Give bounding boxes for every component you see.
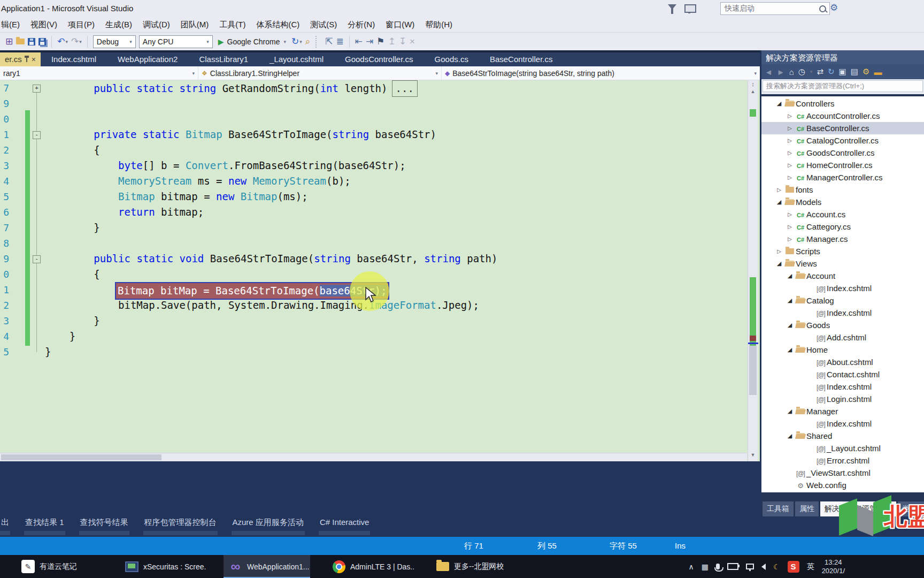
collapsed-region-icon[interactable]: ... — [392, 80, 418, 97]
tab-overflow-icon[interactable]: ▼ — [748, 7, 753, 14]
tree-item[interactable]: [@]Index.cshtml — [761, 417, 924, 430]
tree-item[interactable]: ▷C#GoodsController.cs — [761, 147, 924, 159]
tab-document[interactable]: GoodsController.cs — [334, 52, 424, 66]
menu-item[interactable]: 体系结构(C) — [251, 20, 305, 30]
forward-icon[interactable]: ► — [777, 67, 785, 77]
tree-item[interactable]: [@]Add.cshtml — [761, 331, 924, 344]
clock[interactable]: 13:242020/1/ — [822, 558, 845, 575]
tab-document[interactable]: _Layout.cshtml — [259, 52, 334, 66]
collapsed-arrow-icon[interactable]: ▷ — [785, 138, 795, 143]
panel-tab[interactable]: Azure 应用服务活动 — [232, 516, 305, 535]
tree-item[interactable]: [@]Index.cshtml — [761, 381, 924, 393]
expanded-arrow-icon[interactable]: ◢ — [774, 100, 784, 107]
taskbar-item[interactable]: ∞WebApplication1... — [224, 555, 310, 578]
panel-title[interactable]: 解决方案资源管理器 — [761, 50, 924, 64]
tree-item[interactable]: [@]Login.cshtml — [761, 393, 924, 405]
project-dropdown[interactable]: rary1 ▾ — [0, 66, 198, 80]
live-share-icon[interactable] — [684, 4, 696, 13]
menu-item[interactable]: 工具(T) — [214, 20, 251, 30]
tree-item[interactable]: [@]Contact.cshtml — [761, 368, 924, 381]
prev-bookmark-icon[interactable]: ↥ — [388, 37, 396, 46]
tree-item[interactable]: ◢Catalog — [761, 294, 924, 307]
pending-changes-icon[interactable]: ◷ — [798, 67, 805, 77]
code-line[interactable]: { — [94, 267, 99, 282]
collapsed-arrow-icon[interactable]: ▷ — [774, 187, 784, 193]
tree-item[interactable]: ▷C#Manager.cs — [761, 233, 924, 245]
menu-item[interactable]: 视图(V) — [25, 20, 63, 30]
configuration-dropdown[interactable]: Debug▾ — [93, 35, 136, 48]
open-file-icon[interactable] — [16, 39, 25, 44]
taskbar-item[interactable]: ✎有道云笔记 — [16, 555, 103, 578]
solution-search-input[interactable]: 搜索解决方案资源管理器(Ctrl+;) — [763, 80, 923, 92]
panel-tab[interactable]: 出 — [0, 516, 10, 535]
paste-icon[interactable]: ▤ — [851, 67, 858, 77]
expanded-arrow-icon[interactable]: ◢ — [774, 199, 784, 206]
code-line[interactable]: public static void Base64StrToImage(stri… — [94, 251, 497, 267]
tree-item[interactable]: ◢Shared — [761, 430, 924, 442]
network-icon[interactable] — [746, 564, 754, 569]
code-line[interactable]: MemoryStream ms = new MemoryStream(b); — [118, 173, 351, 189]
next-bookmark-icon[interactable]: ↧ — [399, 37, 406, 46]
tree-item[interactable]: [@]_Layout.cshtml — [761, 442, 924, 454]
pin-icon[interactable] — [26, 57, 27, 62]
collapsed-arrow-icon[interactable]: ▷ — [774, 248, 784, 254]
tree-item[interactable]: ▷fonts — [761, 184, 924, 196]
clear-bookmarks-icon[interactable]: × — [410, 37, 415, 46]
taskbar-item[interactable]: 更多--北盟网校 — [431, 555, 518, 578]
navigate-to-icon[interactable]: ⌕ — [305, 37, 311, 46]
tree-item[interactable]: [@]About.cshtml — [761, 356, 924, 368]
collapsed-arrow-icon[interactable]: ▷ — [785, 211, 795, 217]
scroll-down-icon[interactable]: ▼ — [748, 452, 758, 458]
tree-item[interactable]: ◢Controllers — [761, 97, 924, 110]
tree-item[interactable]: ◢Manager — [761, 405, 924, 417]
tree-item[interactable]: ▷C#Account.cs — [761, 208, 924, 220]
tree-item[interactable]: ◢Home — [761, 344, 924, 356]
collapsed-arrow-icon[interactable]: ▷ — [785, 224, 795, 230]
doc-outline-icon[interactable]: ≣ — [336, 37, 344, 46]
expanded-arrow-icon[interactable]: ◢ — [785, 272, 795, 279]
code-line[interactable]: } — [94, 313, 99, 329]
collapsed-arrow-icon[interactable]: ▷ — [785, 174, 795, 180]
collapsed-arrow-icon[interactable]: ▷ — [785, 113, 795, 119]
tree-item[interactable]: ▷C#CatalogController.cs — [761, 134, 924, 147]
close-icon[interactable]: × — [32, 52, 36, 66]
taskbar-item[interactable]: xSecuritas : Scree... — [120, 555, 206, 578]
expanded-arrow-icon[interactable]: ◢ — [785, 408, 795, 415]
battery-icon[interactable] — [727, 563, 738, 570]
scrollbar-thumb[interactable] — [749, 346, 757, 395]
panel-tab[interactable]: 查找结果 1 — [24, 516, 65, 535]
title-bar[interactable]: Application1 - Microsoft Visual Studio 快… — [0, 0, 924, 17]
panel-tab[interactable]: 查找符号结果 — [79, 516, 129, 535]
code-line[interactable]: } — [70, 329, 75, 344]
collapsed-arrow-icon[interactable]: ▷ — [785, 150, 795, 156]
save-icon[interactable] — [28, 38, 35, 45]
menu-item[interactable]: 团队(M) — [175, 20, 214, 30]
fold-toggle-icon[interactable]: + — [33, 85, 41, 93]
indent-icon[interactable]: ⇥ — [366, 37, 373, 46]
tree-item[interactable]: [@]Index.cshtml — [761, 307, 924, 319]
code-line[interactable]: } — [45, 344, 51, 360]
menu-item[interactable]: 生成(B) — [100, 20, 137, 30]
apps-icon[interactable]: ▦ — [702, 562, 709, 571]
mic-icon[interactable] — [716, 564, 720, 569]
menu-item[interactable]: 测试(S) — [305, 20, 342, 30]
code-line[interactable]: private static Bitmap Base64StrToImage(s… — [94, 127, 436, 142]
menu-item[interactable]: 项目(P) — [63, 20, 100, 30]
gear-icon[interactable]: ⚙ — [830, 2, 838, 13]
moon-icon[interactable]: ☾ — [773, 562, 780, 571]
tree-item[interactable]: [@]_ViewStart.cshtml — [761, 467, 924, 479]
language-indicator[interactable]: 英 — [807, 562, 814, 572]
refresh-icon[interactable]: ↻ — [828, 67, 835, 77]
type-dropdown[interactable]: ❖ ClassLibrary1.StringHelper ▾ — [198, 66, 442, 80]
code-line[interactable]: Bitmap bitMap = Base64StrToImage(base64S… — [118, 282, 389, 298]
tree-item[interactable]: [@]Error.cshtml — [761, 454, 924, 467]
fold-toggle-icon[interactable]: - — [33, 131, 41, 139]
outdent-icon[interactable]: ⇤ — [355, 37, 363, 46]
tool-window-tab[interactable]: 属性 — [795, 501, 819, 516]
toggle-icon[interactable]: ▬ — [874, 67, 882, 77]
block-select-icon[interactable]: ⇱ — [325, 37, 333, 46]
editor-vertical-scrollbar[interactable]: ↕ ▲ ▼ — [748, 80, 758, 461]
expanded-arrow-icon[interactable]: ◢ — [785, 322, 795, 329]
collapsed-arrow-icon[interactable]: ▷ — [785, 162, 795, 168]
sync-icon[interactable]: ⇄ — [817, 67, 823, 77]
